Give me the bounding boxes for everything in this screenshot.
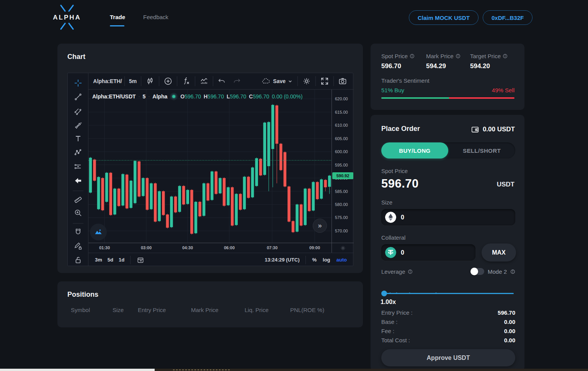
range-button-3m[interactable]: 3m (92, 257, 105, 263)
symbol-search-button[interactable]: Alpha:ETH/ (91, 75, 124, 87)
drawing-mode-tool-button[interactable] (72, 240, 84, 252)
brush-tool-button[interactable] (72, 119, 84, 131)
chart-card: Chart (57, 44, 363, 273)
spot-price-label: Spot Price (381, 53, 408, 59)
size-input[interactable] (401, 214, 511, 221)
mode-label: Mode 2 (488, 268, 507, 275)
legend-low: L596.70 (227, 93, 246, 100)
toggle-knob (470, 268, 478, 275)
price-axis[interactable]: 620.00615.00610.00605.00600.00595.00590.… (332, 90, 354, 243)
price-axis-tick: 585.00 (335, 189, 348, 194)
target-price-value: 594.20 (470, 62, 508, 70)
tab-feedback[interactable]: Feedback (143, 14, 168, 20)
claim-usdt-button[interactable]: Claim MOCK USDT (409, 10, 479, 25)
pencil-lock-icon (74, 241, 83, 250)
sun-icon (340, 245, 346, 251)
cloud-icon (261, 77, 271, 86)
wallet-balance: 0.00 USDT (471, 125, 515, 134)
sentiment-bar (381, 97, 514, 99)
gann-fibonacci-tool-button[interactable] (72, 106, 84, 117)
measure-tool-button[interactable] (72, 194, 84, 205)
compare-button[interactable] (160, 75, 176, 87)
info-icon[interactable] (510, 269, 515, 274)
positions-title: Positions (67, 291, 98, 299)
save-layout-button[interactable]: Save (258, 75, 297, 87)
app-logo: ALPHA (53, 3, 81, 31)
axis-settings-corner[interactable] (332, 243, 354, 253)
undo-icon (217, 77, 226, 85)
info-icon[interactable] (410, 54, 415, 59)
mode-toggle[interactable] (470, 268, 484, 275)
legend-separator: · (139, 94, 140, 99)
positions-col-liq: Liq. Price (245, 307, 269, 313)
toolbar-separator (159, 76, 159, 86)
arrow-tool-button[interactable] (72, 175, 84, 186)
wallet-address-button[interactable]: 0xDF...B32F (483, 10, 532, 25)
size-input-wrap (381, 209, 515, 226)
percent-scale-button[interactable]: % (309, 257, 320, 263)
summary-label: Total Cost : (381, 337, 410, 346)
ruler-icon (74, 195, 83, 204)
approve-usdt-button[interactable]: Approve USDT (381, 349, 515, 366)
range-button-5d[interactable]: 5d (105, 257, 116, 263)
forecast-tool-button[interactable] (72, 161, 84, 172)
log-scale-button[interactable]: log (320, 257, 333, 263)
mode-control: Mode 2 (470, 268, 515, 275)
clock-utc-button[interactable]: 13:24:29 (UTC) (261, 257, 302, 263)
calendar-icon (137, 256, 144, 264)
positions-col-symbol: Symbol (71, 307, 90, 313)
indicator-templates-button[interactable] (196, 75, 212, 87)
text-tool-button[interactable] (72, 133, 84, 144)
info-icon[interactable] (408, 269, 413, 274)
toolbar-separator (124, 76, 125, 86)
brush-icon (74, 121, 83, 130)
zoom-in-tool-button[interactable] (72, 207, 84, 219)
camera-icon (338, 77, 347, 86)
chart-legend[interactable]: Alpha:ETH/USDT · 5 · Alpha O596.70 H596.… (92, 93, 302, 100)
order-currency: USDT (497, 181, 514, 188)
time-axis[interactable]: 01:3003:0004:3006:0007:3009:00 (88, 243, 354, 253)
lock-all-tool-button[interactable] (72, 254, 84, 266)
forecast-icon (74, 162, 83, 171)
fullscreen-button[interactable] (317, 75, 333, 87)
tab-trade[interactable]: Trade (110, 14, 125, 20)
sentiment-buy-text: 51% Buy (381, 87, 404, 93)
legend-separator: · (148, 94, 150, 99)
scroll-to-realtime-button[interactable]: » (313, 219, 327, 233)
chart-bottom-toolbar: 3m 5d 1d 13:24:29 (UTC) % log auto (88, 253, 354, 266)
time-axis-tick: 01:30 (99, 245, 110, 250)
trend-line-tool-button[interactable] (72, 91, 84, 103)
interval-button[interactable]: 5m (126, 75, 140, 87)
chart-settings-button[interactable] (299, 75, 315, 87)
max-button[interactable]: MAX (482, 244, 516, 261)
info-icon[interactable] (456, 54, 461, 59)
side-toggle: BUY/LONG SELL/SHORT (381, 142, 515, 159)
info-icon[interactable] (503, 54, 508, 59)
indicators-button[interactable] (178, 75, 194, 87)
spot-price-stat: Spot Price 596.70 (381, 53, 415, 70)
chart-style-button[interactable] (142, 75, 158, 87)
sentiment-buy-fill (381, 97, 449, 99)
screenshot-button[interactable] (335, 75, 351, 87)
undo-button[interactable] (214, 75, 229, 87)
auto-scale-button[interactable]: auto (333, 257, 350, 263)
plus-circle-icon (163, 77, 173, 86)
sell-short-button[interactable]: SELL/SHORT (448, 142, 515, 159)
summary-label: Base : (381, 319, 398, 328)
mark-price-value: 594.29 (426, 62, 461, 70)
magnet-tool-button[interactable] (72, 226, 84, 238)
leverage-slider[interactable] (383, 291, 514, 296)
slider-knob[interactable] (381, 291, 387, 296)
summary-value: 0.00 (504, 328, 515, 337)
collateral-label: Collateral (381, 234, 405, 241)
collateral-input[interactable] (401, 249, 472, 256)
redo-button[interactable] (229, 75, 245, 87)
chart-pane[interactable]: Alpha:ETH/USDT · 5 · Alpha O596.70 H596.… (88, 90, 332, 243)
pattern-tool-button[interactable] (72, 147, 84, 158)
buy-long-button[interactable]: BUY/LONG (381, 142, 448, 159)
crosshair-tool-button[interactable] (72, 77, 84, 89)
range-button-1d[interactable]: 1d (116, 257, 127, 263)
summary-value: 0.00 (504, 337, 515, 346)
go-to-date-button[interactable] (134, 256, 147, 264)
place-order-card: Place Order 0.00 USDT BUY/LONG SELL/SHOR… (371, 115, 524, 371)
